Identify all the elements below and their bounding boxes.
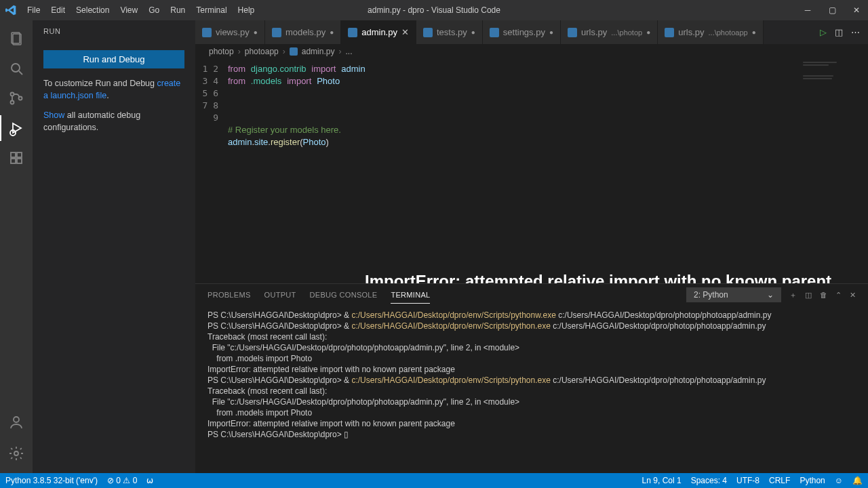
breadcrumb[interactable]: photop› photoapp› admin.py› ... bbox=[195, 44, 868, 59]
split-terminal-icon[interactable]: ◫ bbox=[805, 291, 812, 300]
chevron-down-icon: ⌄ bbox=[767, 290, 774, 300]
status-eol[interactable]: CRLF bbox=[769, 476, 790, 485]
menu-help[interactable]: Help bbox=[234, 3, 259, 18]
svg-rect-11 bbox=[11, 159, 16, 163]
activity-settings[interactable] bbox=[0, 441, 33, 466]
status-bar: Python 3.8.5 32-bit ('env') ⊘ 0 ⚠ 0 ⍵ Ln… bbox=[0, 473, 868, 488]
tab-urls-photoapp[interactable]: urls.py...\photoapp● bbox=[658, 20, 763, 44]
status-line-col[interactable]: Ln 9, Col 1 bbox=[642, 476, 682, 485]
python-icon bbox=[348, 28, 357, 37]
editor-area: views.py● models.py● admin.py✕ tests.py●… bbox=[195, 20, 868, 473]
run-file-icon[interactable]: ▷ bbox=[820, 27, 827, 37]
panel-tab-debug-console[interactable]: DEBUG CONSOLE bbox=[310, 287, 378, 303]
minimize-button[interactable]: ─ bbox=[802, 5, 814, 15]
python-icon bbox=[272, 28, 281, 37]
close-icon[interactable]: ✕ bbox=[401, 27, 409, 37]
svg-point-6 bbox=[19, 97, 22, 100]
show-configs-hint: Show all automatic debug configurations. bbox=[43, 110, 184, 134]
svg-point-13 bbox=[14, 417, 19, 422]
activity-run-debug[interactable] bbox=[0, 115, 33, 141]
panel-close-icon[interactable]: ✕ bbox=[850, 291, 856, 300]
menu-terminal[interactable]: Terminal bbox=[192, 3, 231, 18]
svg-point-14 bbox=[14, 451, 18, 455]
tab-views[interactable]: views.py● bbox=[195, 20, 265, 44]
activity-search[interactable] bbox=[0, 56, 33, 81]
more-actions-icon[interactable]: ⋯ bbox=[851, 27, 860, 37]
dirty-dot-icon: ● bbox=[254, 28, 258, 36]
maximize-button[interactable]: ▢ bbox=[826, 5, 838, 15]
dirty-dot-icon: ● bbox=[752, 28, 756, 36]
panel-tab-output[interactable]: OUTPUT bbox=[264, 287, 296, 303]
menu-view[interactable]: View bbox=[116, 3, 142, 18]
status-problems[interactable]: ⊘ 0 ⚠ 0 bbox=[107, 476, 137, 485]
activity-bar bbox=[0, 20, 33, 473]
menu-edit[interactable]: Edit bbox=[47, 3, 69, 18]
kill-terminal-icon[interactable]: 🗑 bbox=[820, 291, 827, 299]
titlebar: File Edit Selection View Go Run Terminal… bbox=[0, 0, 868, 20]
new-terminal-icon[interactable]: ＋ bbox=[789, 290, 797, 300]
menu-selection[interactable]: Selection bbox=[72, 3, 113, 18]
close-window-button[interactable]: ✕ bbox=[850, 5, 863, 15]
svg-marker-7 bbox=[13, 123, 21, 133]
tab-urls-photop[interactable]: urls.py...\photop● bbox=[561, 20, 658, 44]
window-title: admin.py - dpro - Visual Studio Code bbox=[368, 5, 500, 15]
status-encoding[interactable]: UTF-8 bbox=[736, 476, 760, 485]
tab-admin[interactable]: admin.py✕ bbox=[341, 20, 416, 44]
panel-tab-terminal[interactable]: TERMINAL bbox=[391, 287, 430, 304]
activity-accounts[interactable] bbox=[0, 409, 33, 435]
panel-tabs: PROBLEMS OUTPUT DEBUG CONSOLE TERMINAL 2… bbox=[195, 284, 868, 306]
python-icon bbox=[490, 28, 499, 37]
menu-file[interactable]: File bbox=[23, 3, 44, 18]
status-liveshare-icon[interactable]: ⍵ bbox=[146, 476, 153, 485]
terminal-selector[interactable]: 2: Python⌄ bbox=[686, 287, 781, 302]
python-icon bbox=[202, 28, 212, 37]
status-python[interactable]: Python 3.8.5 32-bit ('env') bbox=[5, 476, 98, 485]
tab-tests[interactable]: tests.py● bbox=[416, 20, 483, 44]
line-gutter: 1 2 3 4 5 6 7 8 9 bbox=[195, 59, 228, 283]
svg-line-3 bbox=[19, 71, 22, 75]
svg-rect-10 bbox=[17, 152, 22, 157]
dirty-dot-icon: ● bbox=[330, 28, 334, 36]
overlay-error-title: ImportError: attempted relative import w… bbox=[365, 272, 868, 283]
code-content[interactable]: from django.contrib import admin from .m… bbox=[228, 59, 868, 283]
split-editor-icon[interactable]: ◫ bbox=[835, 27, 843, 37]
python-icon bbox=[568, 28, 577, 37]
python-icon bbox=[290, 47, 298, 56]
run-and-debug-button[interactable]: Run and Debug bbox=[43, 50, 184, 68]
activity-explorer[interactable] bbox=[0, 26, 33, 52]
svg-point-2 bbox=[12, 64, 20, 72]
activity-extensions[interactable] bbox=[0, 145, 33, 171]
panel-tab-problems[interactable]: PROBLEMS bbox=[208, 287, 251, 303]
svg-rect-12 bbox=[17, 159, 22, 163]
dirty-dot-icon: ● bbox=[646, 28, 650, 36]
show-link[interactable]: Show bbox=[43, 110, 64, 120]
code-editor[interactable]: 1 2 3 4 5 6 7 8 9 from django.contrib im… bbox=[195, 59, 868, 283]
svg-point-5 bbox=[11, 101, 14, 104]
minimap[interactable] bbox=[803, 62, 864, 81]
sidebar-run: RUN Run and Debug To customize Run and D… bbox=[33, 20, 195, 473]
dirty-dot-icon: ● bbox=[471, 28, 475, 36]
editor-tabs: views.py● models.py● admin.py✕ tests.py●… bbox=[195, 20, 868, 44]
sidebar-header: RUN bbox=[33, 20, 195, 39]
python-icon bbox=[665, 28, 674, 37]
panel: PROBLEMS OUTPUT DEBUG CONSOLE TERMINAL 2… bbox=[195, 283, 868, 473]
terminal-content[interactable]: PS C:\Users\HAGGAI\Desktop\dpro> & c:/Us… bbox=[195, 306, 868, 473]
activity-source-control[interactable] bbox=[0, 85, 33, 111]
menu-bar: File Edit Selection View Go Run Terminal… bbox=[23, 3, 258, 18]
vscode-logo-icon bbox=[5, 4, 18, 16]
panel-maximize-icon[interactable]: ⌃ bbox=[835, 291, 842, 300]
svg-rect-9 bbox=[11, 152, 16, 157]
tab-models[interactable]: models.py● bbox=[265, 20, 341, 44]
menu-go[interactable]: Go bbox=[144, 3, 163, 18]
tab-settings[interactable]: settings.py● bbox=[483, 20, 561, 44]
status-bell-icon[interactable]: 🔔 bbox=[852, 476, 863, 485]
status-spaces[interactable]: Spaces: 4 bbox=[691, 476, 727, 485]
status-feedback-icon[interactable]: ☺ bbox=[835, 476, 843, 485]
python-icon bbox=[423, 28, 433, 37]
svg-point-4 bbox=[11, 93, 14, 96]
customize-hint: To customize Run and Debug create a laun… bbox=[43, 78, 184, 102]
dirty-dot-icon: ● bbox=[549, 28, 553, 36]
menu-run[interactable]: Run bbox=[166, 3, 189, 18]
status-language[interactable]: Python bbox=[800, 476, 825, 485]
